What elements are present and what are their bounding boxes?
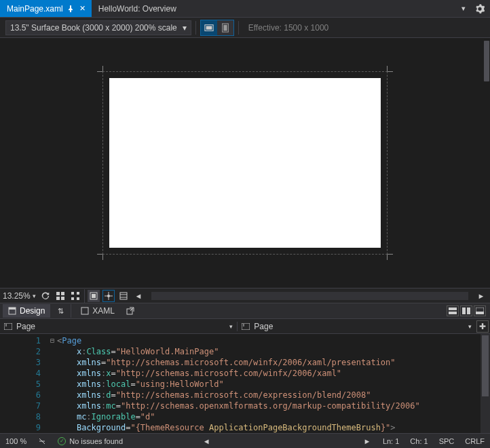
vertical-scrollbar[interactable] xyxy=(483,38,490,288)
element-label: Page xyxy=(254,322,273,331)
element-icon xyxy=(242,323,250,330)
portrait-button[interactable] xyxy=(217,20,233,35)
ruler-tick xyxy=(102,66,103,71)
ruler-tick xyxy=(388,71,393,72)
svg-rect-27 xyxy=(242,323,250,330)
svg-rect-23 xyxy=(467,307,470,314)
tab-mainpage-xaml[interactable]: MainPage.xaml ✕ xyxy=(0,0,92,17)
line-number: 5 xyxy=(0,379,41,390)
popout-icon[interactable] xyxy=(124,305,136,317)
issues-status[interactable]: ✓ No issues found xyxy=(58,437,123,445)
zoom-fit-icon[interactable] xyxy=(117,290,130,302)
arrow-left-icon[interactable]: ◄ xyxy=(200,435,212,447)
fold-gutter: ⊟ xyxy=(48,334,57,433)
designer-surface[interactable] xyxy=(0,38,490,288)
svg-rect-7 xyxy=(61,297,64,300)
status-eol[interactable]: CRLF xyxy=(465,437,485,445)
ruler-tick xyxy=(97,71,102,72)
snap-lines-icon[interactable] xyxy=(102,290,115,302)
refresh-icon[interactable] xyxy=(39,290,52,302)
ruler-tick xyxy=(387,255,388,260)
line-number-gutter: 1 2 3 4 5 6 7 8 9 xyxy=(0,334,48,433)
issues-label: No issues found xyxy=(69,437,123,445)
status-line[interactable]: Ln: 1 xyxy=(383,437,399,445)
tab-label: MainPage.xaml xyxy=(7,4,63,14)
swap-panes-icon[interactable]: ⇅ xyxy=(54,305,67,317)
arrow-right-icon[interactable]: ► xyxy=(475,290,487,302)
line-number: 6 xyxy=(0,390,41,400)
editor-vertical-scrollbar[interactable] xyxy=(480,334,490,433)
element-dropdown-left[interactable]: Page ▾ xyxy=(0,322,237,331)
svg-rect-8 xyxy=(71,292,74,295)
code-area[interactable]: <Page x:Class="HelloWorld.MainPage" xmln… xyxy=(57,334,480,433)
document-tabs: MainPage.xaml ✕ HelloWorld: Overview ▾ xyxy=(0,0,490,18)
design-tab-button[interactable]: Design xyxy=(3,304,50,318)
status-indent[interactable]: SPC xyxy=(439,437,455,445)
xaml-tab-label: XAML xyxy=(92,306,115,316)
ok-icon: ✓ xyxy=(58,437,66,445)
gear-icon[interactable] xyxy=(474,3,486,15)
svg-rect-10 xyxy=(71,297,74,300)
status-bar: 100 % ✓ No issues found ◄ ► Ln: 1 Ch: 1 … xyxy=(0,433,490,448)
svg-rect-15 xyxy=(120,293,127,299)
chevron-down-icon: ▾ xyxy=(183,23,187,33)
fold-toggle-icon[interactable]: ⊟ xyxy=(48,335,57,346)
svg-rect-3 xyxy=(223,24,227,31)
ruler-tick xyxy=(102,255,103,260)
design-canvas-wrap xyxy=(109,78,381,248)
line-number: 9 xyxy=(0,422,41,433)
ruler-bottom xyxy=(102,254,388,255)
design-canvas[interactable] xyxy=(109,78,381,248)
chevron-down-icon: ▾ xyxy=(229,323,233,330)
pin-icon[interactable] xyxy=(67,5,74,12)
svg-rect-20 xyxy=(449,307,457,310)
close-icon[interactable]: ✕ xyxy=(78,4,88,14)
status-column[interactable]: Ch: 1 xyxy=(410,437,428,445)
element-label: Page xyxy=(16,322,35,331)
scrollbar-thumb[interactable] xyxy=(484,41,489,81)
device-label: 13.5" Surface Book (3000 x 2000) 200% sc… xyxy=(10,23,177,33)
svg-rect-5 xyxy=(61,292,64,295)
arrow-right-icon[interactable]: ► xyxy=(361,435,373,447)
xaml-editor: 1 2 3 4 5 6 7 8 9 ⊟ <Page x:Class="Hello… xyxy=(0,334,490,433)
zoom-value: 13.25% xyxy=(3,291,31,301)
zoom-reset-icon[interactable] xyxy=(36,435,48,447)
landscape-button[interactable] xyxy=(201,20,217,35)
element-dropdown-right[interactable]: Page ▾ xyxy=(238,322,475,331)
arrow-left-icon[interactable]: ◄ xyxy=(132,290,145,302)
design-xaml-tabbar: Design ⇅ XAML xyxy=(0,303,490,319)
split-add-button[interactable]: ✚ xyxy=(476,320,489,333)
orientation-buttons xyxy=(200,20,234,36)
effects-icon[interactable] xyxy=(88,290,100,302)
svg-rect-22 xyxy=(462,307,466,314)
zoom-dropdown[interactable]: 13.25% ▾ xyxy=(3,291,37,301)
svg-rect-25 xyxy=(476,312,484,314)
line-number: 1 xyxy=(0,335,41,346)
status-zoom[interactable]: 100 % xyxy=(5,437,26,445)
line-number: 3 xyxy=(0,357,41,368)
horizontal-scrollbar[interactable] xyxy=(151,292,468,300)
tab-helloworld-overview[interactable]: HelloWorld: Overview xyxy=(92,0,181,17)
dropdown-icon[interactable]: ▾ xyxy=(457,3,470,15)
collapse-pane-button[interactable] xyxy=(474,305,486,316)
svg-rect-9 xyxy=(77,292,79,295)
device-dropdown[interactable]: 13.5" Surface Book (3000 x 2000) 200% sc… xyxy=(5,20,191,35)
line-number: 2 xyxy=(0,346,41,357)
designer-toolbar: 13.5" Surface Book (3000 x 2000) 200% sc… xyxy=(0,18,490,38)
ruler-top xyxy=(102,71,388,72)
ruler-tick xyxy=(387,66,388,71)
grid-icon[interactable] xyxy=(54,290,67,302)
scrollbar-thumb[interactable] xyxy=(482,335,489,396)
line-number: 4 xyxy=(0,368,41,379)
svg-rect-17 xyxy=(9,307,16,310)
split-vertical-button[interactable] xyxy=(460,305,472,316)
svg-rect-11 xyxy=(77,297,79,300)
snap-icon[interactable] xyxy=(69,290,81,302)
split-horizontal-button[interactable] xyxy=(447,305,459,316)
separator xyxy=(195,21,196,35)
chevron-down-icon: ▾ xyxy=(33,293,36,299)
svg-rect-13 xyxy=(92,294,96,298)
xaml-tab-button[interactable]: XAML xyxy=(75,304,120,318)
tab-label: HelloWorld: Overview xyxy=(98,4,176,14)
ruler-tick xyxy=(388,254,393,255)
